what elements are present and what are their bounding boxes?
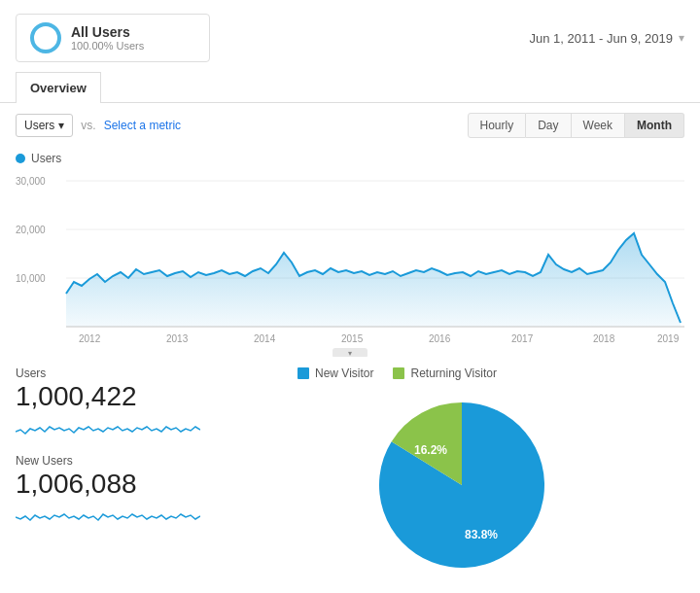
- users-sparkline: [16, 412, 200, 441]
- chart-section: Users 30,000 20,000 10,000 2012: [0, 148, 700, 357]
- stats-panel: Users 1,000,422 New Users 1,006,088: [16, 366, 239, 582]
- stat-new-users: New Users 1,006,088: [16, 454, 239, 532]
- svg-text:2016: 2016: [429, 333, 451, 344]
- all-users-text: All Users 100.00% Users: [71, 24, 144, 52]
- chart-label: Users: [16, 152, 684, 165]
- all-users-subtitle: 100.00% Users: [71, 40, 144, 52]
- chart-series-label: Users: [31, 152, 61, 165]
- date-range[interactable]: Jun 1, 2011 - Jun 9, 2019 ▾: [530, 31, 684, 46]
- time-btn-week[interactable]: Week: [572, 113, 625, 138]
- left-controls: Users ▾ vs. Select a metric: [16, 114, 181, 137]
- pie-legend: New Visitor Returning Visitor: [298, 366, 497, 380]
- controls: Users ▾ vs. Select a metric Hourly Day W…: [0, 103, 700, 148]
- stat-users-value: 1,000,422: [16, 382, 239, 412]
- time-buttons: Hourly Day Week Month: [468, 113, 684, 138]
- svg-text:2018: 2018: [593, 333, 615, 344]
- date-range-text: Jun 1, 2011 - Jun 9, 2019: [530, 31, 673, 46]
- new-visitor-label: New Visitor: [315, 366, 373, 380]
- svg-text:30,000: 30,000: [16, 176, 46, 187]
- new-visitor-swatch: [298, 367, 309, 379]
- pie-chart: 83.8% 16.2%: [365, 388, 559, 582]
- svg-text:16.2%: 16.2%: [414, 443, 447, 457]
- vs-label: vs.: [81, 119, 95, 132]
- svg-text:▾: ▾: [348, 349, 352, 357]
- bottom-section: Users 1,000,422 New Users 1,006,088 New …: [0, 357, 700, 582]
- returning-visitor-label: Returning Visitor: [410, 366, 497, 380]
- returning-visitor-swatch: [393, 367, 404, 379]
- main-chart: 30,000 20,000 10,000 2012 2013 2014 2015…: [16, 167, 684, 357]
- metric-label: Users: [24, 119, 54, 132]
- date-range-dropdown-icon: ▾: [679, 31, 684, 45]
- tabs: Overview: [0, 72, 700, 103]
- svg-text:20,000: 20,000: [16, 225, 46, 235]
- tab-overview[interactable]: Overview: [16, 72, 101, 103]
- svg-text:2012: 2012: [79, 333, 101, 344]
- new-users-sparkline: [16, 500, 200, 529]
- stat-new-users-title: New Users: [16, 454, 239, 468]
- svg-text:2019: 2019: [657, 333, 680, 344]
- svg-text:10,000: 10,000: [16, 273, 46, 284]
- svg-text:2013: 2013: [166, 333, 189, 344]
- pie-chart-panel: New Visitor Returning Visitor: [239, 366, 684, 582]
- time-btn-month[interactable]: Month: [625, 113, 684, 138]
- chart-dot-icon: [16, 154, 25, 163]
- time-btn-hourly[interactable]: Hourly: [468, 113, 527, 138]
- svg-text:83.8%: 83.8%: [465, 528, 498, 541]
- svg-text:2015: 2015: [341, 333, 364, 344]
- pie-container: 83.8% 16.2%: [365, 388, 559, 582]
- all-users-icon: [30, 22, 61, 53]
- legend-new-visitor: New Visitor: [298, 366, 373, 380]
- legend-returning-visitor: Returning Visitor: [393, 366, 497, 380]
- time-btn-day[interactable]: Day: [526, 113, 571, 138]
- header: All Users 100.00% Users Jun 1, 2011 - Ju…: [0, 0, 700, 72]
- all-users-badge: All Users 100.00% Users: [16, 14, 210, 62]
- metric-select[interactable]: Users ▾: [16, 114, 73, 137]
- metric-dropdown-icon: ▾: [58, 119, 64, 132]
- chart-container: 30,000 20,000 10,000 2012 2013 2014 2015…: [16, 167, 684, 357]
- all-users-title: All Users: [71, 24, 144, 40]
- stat-users: Users 1,000,422: [16, 366, 239, 444]
- svg-text:2017: 2017: [511, 333, 534, 344]
- stat-new-users-value: 1,006,088: [16, 470, 239, 500]
- select-metric-link[interactable]: Select a metric: [104, 119, 181, 132]
- stat-users-title: Users: [16, 366, 239, 380]
- svg-text:2014: 2014: [254, 333, 276, 344]
